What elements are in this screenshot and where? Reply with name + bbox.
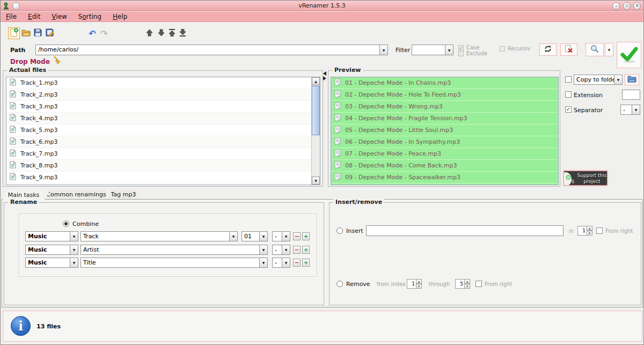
chevron-down-icon[interactable] bbox=[282, 258, 290, 267]
preview-options-dropdown[interactable] bbox=[605, 43, 613, 56]
rename-separator-combobox[interactable]: - bbox=[272, 231, 290, 241]
spinner-down-icon[interactable]: ▼ bbox=[416, 284, 422, 289]
rename-field-combobox[interactable]: Artist bbox=[80, 245, 268, 255]
separator-combobox[interactable]: - bbox=[620, 105, 640, 115]
chevron-down-icon[interactable] bbox=[259, 258, 267, 267]
exclude-checkbox[interactable] bbox=[458, 51, 464, 56]
remove-from-input[interactable] bbox=[407, 279, 416, 289]
file-row[interactable]: Track_7.mp3 bbox=[6, 148, 320, 160]
minimize-button[interactable]: ⌄ bbox=[612, 2, 620, 10]
move-top-button[interactable] bbox=[166, 27, 178, 39]
move-up-button[interactable] bbox=[143, 27, 155, 39]
remove-radio[interactable] bbox=[336, 281, 343, 287]
separator-checkbox[interactable] bbox=[565, 106, 572, 113]
redo-button[interactable]: ↷ bbox=[98, 27, 110, 39]
case-checkbox[interactable] bbox=[458, 45, 464, 50]
save-edit-button[interactable] bbox=[43, 27, 55, 39]
spinner-up-icon[interactable]: ▲ bbox=[465, 279, 470, 284]
spinner-up-icon[interactable]: ▲ bbox=[587, 226, 592, 231]
insert-position-spinner[interactable]: ▲▼ bbox=[577, 226, 592, 236]
preview-list[interactable]: 01 - Depeche Mode - In Chains.mp3 02 - D… bbox=[331, 77, 559, 185]
chevron-down-icon[interactable] bbox=[632, 105, 640, 114]
menu-edit[interactable]: Edit bbox=[28, 13, 40, 20]
chevron-down-icon[interactable] bbox=[229, 232, 237, 241]
rename-separator-combobox[interactable]: - bbox=[272, 245, 290, 255]
preview-row[interactable]: 04 - Depeche Mode - Fragile Tension.mp3 bbox=[331, 113, 558, 124]
chevron-down-icon[interactable] bbox=[445, 45, 453, 55]
extension-checkbox[interactable] bbox=[565, 91, 572, 98]
preview-row[interactable]: 08 - Depeche Mode - Come Back.mp3 bbox=[331, 160, 558, 172]
path-combobox[interactable]: /home/carlos/ bbox=[35, 45, 388, 55]
spinner-down-icon[interactable]: ▼ bbox=[465, 284, 470, 289]
chevron-down-icon[interactable] bbox=[70, 232, 78, 241]
remove-row-button[interactable]: − bbox=[293, 259, 301, 267]
add-row-button[interactable]: + bbox=[302, 259, 310, 267]
clear-list-button[interactable] bbox=[560, 43, 577, 56]
tab-tag-mp3[interactable]: Tag mp3 bbox=[108, 189, 139, 200]
collapse-right-icon[interactable] bbox=[323, 76, 326, 80]
file-row[interactable]: Track_9.mp3 bbox=[6, 172, 320, 183]
insert-from-right-checkbox[interactable] bbox=[596, 227, 603, 234]
preview-row[interactable]: 06 - Depeche Mode - In Sympathy.mp3 bbox=[331, 136, 558, 148]
tab-common-renamings[interactable]: Common renamings bbox=[46, 189, 107, 200]
insert-position-input[interactable] bbox=[577, 226, 587, 236]
close-button[interactable]: ✕ bbox=[633, 2, 641, 10]
insert-text-input[interactable] bbox=[366, 225, 564, 236]
splitpane-divider[interactable] bbox=[323, 71, 328, 81]
chevron-down-icon[interactable] bbox=[282, 245, 290, 254]
move-down-button[interactable] bbox=[155, 27, 167, 39]
rename-category-combobox[interactable]: Music bbox=[25, 245, 78, 255]
preview-row[interactable]: 03 - Depeche Mode - Wrong.mp3 bbox=[331, 101, 558, 113]
collapse-left-icon[interactable] bbox=[323, 71, 326, 76]
undo-button[interactable]: ↶ bbox=[86, 27, 98, 39]
menu-view[interactable]: View bbox=[52, 13, 67, 20]
spinner-down-icon[interactable]: ▼ bbox=[587, 231, 592, 236]
preview-row[interactable]: 07 - Depeche Mode - Peace.mp3 bbox=[331, 148, 558, 160]
insert-radio[interactable] bbox=[336, 227, 343, 234]
file-row[interactable]: Track_1.mp3 bbox=[6, 77, 320, 89]
scroll-down-icon[interactable]: ▼ bbox=[312, 177, 320, 185]
chevron-down-icon[interactable] bbox=[259, 232, 267, 241]
broom-icon[interactable] bbox=[52, 56, 61, 67]
refresh-button[interactable] bbox=[539, 43, 557, 56]
preview-row[interactable]: 05 - Depeche Mode - Little Soul.mp3 bbox=[331, 124, 558, 136]
scroll-up-icon[interactable]: ▲ bbox=[312, 77, 320, 85]
menu-file[interactable]: File bbox=[6, 13, 17, 20]
chevron-down-icon[interactable] bbox=[614, 75, 622, 84]
chevron-down-icon[interactable] bbox=[70, 245, 78, 254]
menu-help[interactable]: Help bbox=[113, 13, 127, 20]
rename-field-combobox[interactable]: Title bbox=[80, 258, 268, 268]
add-row-button[interactable]: + bbox=[302, 246, 310, 254]
chevron-down-icon[interactable] bbox=[282, 232, 290, 241]
maximize-button[interactable]: ◇ bbox=[623, 2, 631, 10]
scrollbar-thumb[interactable] bbox=[312, 86, 320, 135]
chevron-down-icon[interactable] bbox=[259, 245, 267, 254]
preview-row[interactable]: 09 - Depeche Mode - Spacewalker.mp3 bbox=[331, 172, 558, 183]
apply-rename-button[interactable] bbox=[617, 42, 641, 68]
extension-input[interactable] bbox=[622, 90, 640, 100]
add-row-button[interactable]: + bbox=[302, 232, 310, 240]
filter-combobox[interactable] bbox=[412, 45, 453, 55]
vertical-scrollbar[interactable]: ▲ ▼ bbox=[311, 77, 320, 185]
new-list-button[interactable] bbox=[8, 27, 20, 39]
file-row[interactable]: Track_8.mp3 bbox=[6, 160, 320, 172]
move-bottom-button[interactable] bbox=[177, 27, 188, 39]
choose-folder-button[interactable] bbox=[625, 74, 639, 85]
preview-row[interactable]: 01 - Depeche Mode - In Chains.mp3 bbox=[331, 77, 558, 89]
remove-to-spinner[interactable]: ▲▼ bbox=[455, 279, 470, 289]
remove-from-spinner[interactable]: ▲▼ bbox=[407, 279, 422, 289]
rename-category-combobox[interactable]: Music bbox=[25, 231, 78, 241]
remove-from-right-checkbox[interactable] bbox=[475, 281, 482, 287]
menu-sorting[interactable]: Sorting bbox=[78, 13, 101, 20]
file-row[interactable]: Track_3.mp3 bbox=[6, 101, 320, 113]
open-button[interactable] bbox=[20, 27, 32, 39]
spinner-up-icon[interactable]: ▲ bbox=[416, 279, 422, 284]
rename-field-combobox[interactable]: Track bbox=[80, 231, 238, 241]
file-row[interactable]: Track_4.mp3 bbox=[6, 113, 320, 124]
preview-button[interactable] bbox=[586, 43, 604, 56]
rename-separator-combobox[interactable]: - bbox=[272, 258, 290, 268]
remove-to-input[interactable] bbox=[455, 279, 465, 289]
file-row[interactable]: Track_2.mp3 bbox=[6, 89, 320, 101]
rename-start-combobox[interactable]: 01 bbox=[241, 231, 268, 241]
file-row[interactable]: Track_6.mp3 bbox=[6, 136, 320, 148]
